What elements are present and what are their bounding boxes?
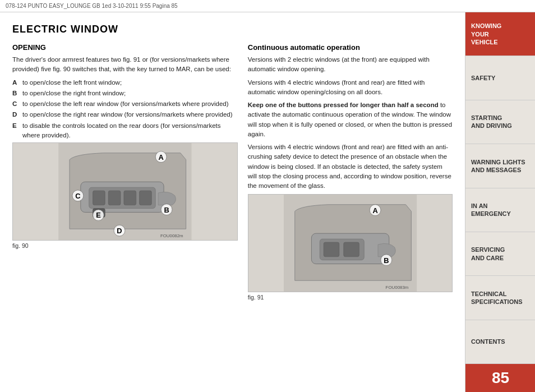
list-item-d: D to open/close the right rear window (f… [12,110,238,119]
sidebar-and-page: KNOWINGYOURVEHICLE SAFETY STARTINGAND DR… [465,12,535,392]
sidebar-label-technical: TECHNICALSPECIFICATIONS [471,290,522,306]
svg-rect-4 [108,191,121,205]
sidebar-label-emergency: IN ANEMERGENCY [471,202,511,218]
fig91-caption: fig. 91 [248,294,453,301]
list-item-c: C to open/close the left rear window (fo… [12,99,238,109]
list-letter-d: D [12,110,18,119]
svg-rect-22 [324,242,339,257]
left-pane: OPENING The driver's door armrest featur… [12,43,238,386]
svg-rect-6 [140,191,152,205]
figure-91-wrap: A B FOU0083m fig. 91 [248,194,453,301]
sidebar-label-contents: CONTENTS [471,338,505,345]
page-number: 85 [465,364,535,392]
list-letter-c: C [12,99,18,109]
list-item-b: B to open/close the right front window; [12,89,238,98]
svg-rect-5 [124,191,136,205]
list-text-d: to open/close the right rear window (for… [22,110,233,119]
main-layout: ELECTRIC WINDOW OPENING The driver's doo… [0,12,535,392]
continuous-p4: Versions with 4 electric windows (front … [248,142,453,191]
right-pane: Continuous automatic operation Versions … [248,43,453,386]
figure-91-box: A B FOU0083m [248,194,453,292]
list-letter-b: B [12,89,18,98]
sidebar-item-warning[interactable]: WARNING LIGHTSAND MESSAGES [465,144,535,188]
page-title: ELECTRIC WINDOW [12,24,453,35]
content-area: ELECTRIC WINDOW OPENING The driver's doo… [0,12,465,392]
opening-title: OPENING [12,43,238,52]
list-text-a: to open/close the left front window; [22,78,122,87]
sidebar-item-knowing[interactable]: KNOWINGYOURVEHICLE [465,12,535,56]
svg-text:E: E [96,211,101,219]
svg-text:FOU0083m: FOU0083m [385,285,408,290]
sidebar-label-servicing: SERVICINGAND CARE [471,246,505,262]
fig90-svg: A E C B D [13,143,237,240]
svg-text:B: B [384,256,389,265]
list-letter-a: A [12,78,18,87]
sidebar-label-knowing: KNOWINGYOURVEHICLE [471,22,501,46]
sidebar-item-technical[interactable]: TECHNICALSPECIFICATIONS [465,276,535,320]
svg-rect-3 [93,191,105,205]
figure-90-box: A E C B D [12,142,238,241]
svg-text:C: C [75,192,80,200]
svg-text:B: B [164,206,169,214]
sidebar-label-warning: WARNING LIGHTSAND MESSAGES [471,158,525,174]
top-bar: 078-124 PUNTO EASY_LOUNGE GB 1ed 3-10-20… [0,0,535,12]
list-text-e: to disable the controls located on the r… [22,121,238,141]
continuous-p2: Versions with 4 electric windows (front … [248,78,453,98]
content-split: OPENING The driver's door armrest featur… [12,43,453,386]
list-text-c: to open/close the left rear window (for … [22,99,229,109]
top-bar-text: 078-124 PUNTO EASY_LOUNGE GB 1ed 3-10-20… [6,3,178,9]
fig91-svg: A B FOU0083m [248,195,452,292]
svg-text:A: A [158,153,163,162]
sidebar-item-starting[interactable]: STARTINGAND DRIVING [465,100,535,144]
continuous-p3-bold: Keep one of the buttons pressed for long… [248,102,439,108]
svg-text:D: D [117,227,122,235]
list-letter-e: E [12,121,18,141]
sidebar-item-safety[interactable]: SAFETY [465,56,535,100]
continuous-p1: Versions with 2 electric windows (at the… [248,55,453,75]
sidebar-item-emergency[interactable]: IN ANEMERGENCY [465,188,535,232]
figure-90-wrap: A E C B D [12,142,238,249]
list-text-b: to open/close the right front window; [22,89,126,98]
sidebar-label-starting: STARTINGAND DRIVING [471,114,512,130]
continuous-title: Continuous automatic operation [248,43,453,52]
svg-text:FOU0082m: FOU0082m [160,233,183,238]
fig90-caption: fig. 90 [12,242,238,249]
opening-paragraph: The driver's door armrest features two f… [12,55,238,75]
continuous-p3: Keep one of the buttons pressed for long… [248,100,453,139]
sidebar-item-servicing[interactable]: SERVICINGAND CARE [465,232,535,276]
svg-text:A: A [372,206,377,215]
list-item-a: A to open/close the left front window; [12,78,238,87]
sidebar-label-safety: SAFETY [471,74,495,82]
sidebar-item-contents[interactable]: CONTENTS [465,320,535,364]
list-item-e: E to disable the controls located on the… [12,121,238,141]
svg-rect-23 [344,242,359,257]
